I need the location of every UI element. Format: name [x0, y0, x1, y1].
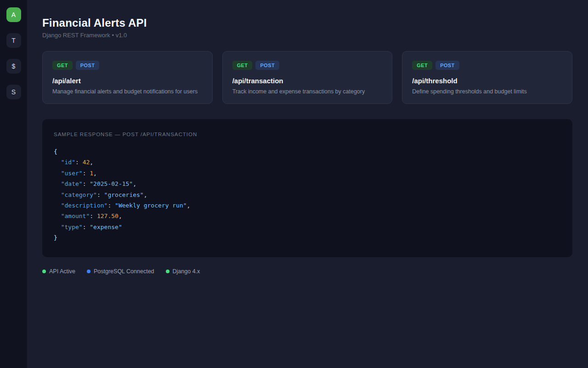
page-subtitle: Django REST Framework • v1.0 — [42, 32, 572, 39]
method-badges: GET POST — [412, 61, 562, 70]
endpoint-description: Manage financial alerts and budget notif… — [52, 88, 203, 95]
status-postgresql: PostgreSQL Connected — [87, 268, 154, 275]
status-api-active: API Active — [42, 268, 75, 275]
post-badge: POST — [76, 61, 100, 70]
page-header: Financial Alerts API Django REST Framewo… — [42, 17, 572, 39]
sample-json: { "id": 42, "user": 1, "date": "2025-02-… — [54, 146, 561, 243]
sidebar-item-settings[interactable]: S — [6, 85, 21, 99]
endpoint-card-threshold[interactable]: GET POST /api/threshold Define spending … — [402, 51, 572, 104]
code-line: } — [54, 232, 561, 243]
sample-response-panel: SAMPLE RESPONSE — POST /API/TRANSACTION … — [42, 119, 572, 257]
status-label: PostgreSQL Connected — [94, 268, 154, 275]
code-line: "date": "2025-02-15", — [54, 178, 561, 189]
code-line: "type": "expense" — [54, 222, 561, 232]
post-badge: POST — [255, 61, 279, 70]
status-dot — [87, 270, 90, 273]
status-label: Django 4.x — [173, 268, 200, 275]
status-dot — [42, 270, 46, 273]
sidebar-item-transactions[interactable]: T — [6, 33, 21, 48]
code-line: "id": 42, — [54, 157, 561, 167]
get-badge: GET — [412, 61, 432, 70]
status-label: API Active — [49, 268, 75, 275]
endpoint-card-alert[interactable]: GET POST /api/alert Manage financial ale… — [42, 51, 213, 104]
endpoint-cards: GET POST /api/alert Manage financial ale… — [42, 51, 572, 104]
method-badges: GET POST — [52, 61, 203, 70]
endpoint-card-transaction[interactable]: GET POST /api/transaction Track income a… — [222, 51, 393, 104]
endpoint-path: /api/transaction — [232, 77, 383, 85]
status-dot — [166, 270, 170, 273]
endpoint-description: Track income and expense transactions by… — [232, 88, 383, 95]
status-django: Django 4.x — [166, 268, 200, 275]
method-badges: GET POST — [232, 61, 383, 70]
get-badge: GET — [52, 61, 73, 70]
sidebar-item-alerts[interactable]: A — [6, 7, 21, 22]
main-content: Financial Alerts API Django REST Framewo… — [27, 0, 588, 275]
code-line: "category": "groceries", — [54, 190, 561, 200]
status-bar: API Active PostgreSQL Connected Django 4… — [42, 268, 572, 275]
code-line: { — [54, 146, 561, 157]
get-badge: GET — [232, 61, 253, 70]
post-badge: POST — [435, 61, 459, 70]
code-line: "description": "Weekly grocery run", — [54, 200, 561, 211]
code-line: "amount": 127.50, — [54, 211, 561, 221]
endpoint-path: /api/alert — [52, 77, 203, 85]
code-line: "user": 1, — [54, 168, 561, 178]
endpoint-path: /api/threshold — [412, 77, 562, 85]
sample-response-title: SAMPLE RESPONSE — POST /API/TRANSACTION — [54, 132, 561, 137]
sidebar-item-amounts[interactable]: $ — [6, 59, 21, 74]
sidebar: A T $ S — [0, 0, 27, 368]
endpoint-description: Define spending thresholds and budget li… — [412, 88, 562, 95]
page-title: Financial Alerts API — [42, 17, 572, 29]
